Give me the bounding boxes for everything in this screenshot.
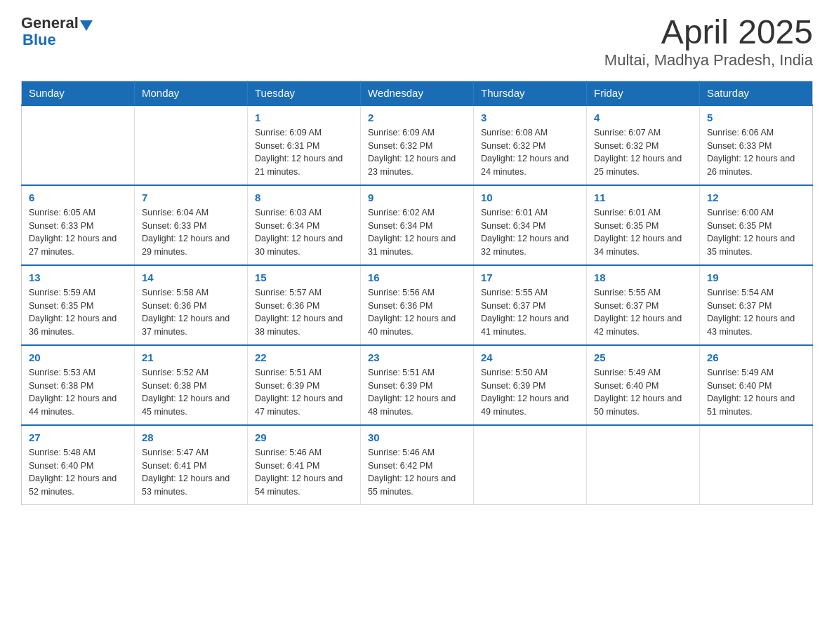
day-number: 1 [255, 112, 353, 123]
weekday-header-tuesday: Tuesday [248, 81, 361, 105]
day-info: Sunrise: 6:06 AMSunset: 6:33 PMDaylight:… [707, 126, 805, 179]
day-info: Sunrise: 6:01 AMSunset: 6:35 PMDaylight:… [594, 206, 692, 259]
calendar-cell: 28Sunrise: 5:47 AMSunset: 6:41 PMDayligh… [135, 425, 248, 505]
day-number: 23 [368, 351, 466, 363]
calendar-cell: 16Sunrise: 5:56 AMSunset: 6:36 PMDayligh… [361, 265, 474, 345]
calendar-cell: 10Sunrise: 6:01 AMSunset: 6:34 PMDayligh… [474, 185, 587, 265]
day-info: Sunrise: 6:03 AMSunset: 6:34 PMDaylight:… [255, 206, 353, 259]
day-number: 22 [255, 351, 353, 363]
day-info: Sunrise: 5:48 AMSunset: 6:40 PMDaylight:… [29, 446, 127, 499]
day-number: 18 [594, 271, 692, 283]
day-info: Sunrise: 5:50 AMSunset: 6:39 PMDaylight:… [481, 366, 579, 419]
day-number: 28 [142, 431, 240, 443]
calendar-cell: 4Sunrise: 6:07 AMSunset: 6:32 PMDaylight… [587, 105, 700, 185]
day-info: Sunrise: 6:08 AMSunset: 6:32 PMDaylight:… [481, 126, 579, 179]
day-info: Sunrise: 5:56 AMSunset: 6:36 PMDaylight:… [368, 286, 466, 339]
day-info: Sunrise: 5:54 AMSunset: 6:37 PMDaylight:… [707, 286, 805, 339]
calendar-cell: 5Sunrise: 6:06 AMSunset: 6:33 PMDaylight… [700, 105, 813, 185]
day-info: Sunrise: 6:04 AMSunset: 6:33 PMDaylight:… [142, 206, 240, 259]
calendar-cell: 12Sunrise: 6:00 AMSunset: 6:35 PMDayligh… [700, 185, 813, 265]
day-info: Sunrise: 5:51 AMSunset: 6:39 PMDaylight:… [255, 366, 353, 419]
page-title: April 2025 [604, 14, 813, 51]
calendar-cell [587, 425, 700, 505]
weekday-header-wednesday: Wednesday [361, 81, 474, 105]
day-info: Sunrise: 6:09 AMSunset: 6:32 PMDaylight:… [368, 126, 466, 179]
day-info: Sunrise: 6:05 AMSunset: 6:33 PMDaylight:… [29, 206, 127, 259]
day-number: 26 [707, 351, 805, 363]
day-number: 4 [594, 112, 692, 123]
day-info: Sunrise: 5:49 AMSunset: 6:40 PMDaylight:… [594, 366, 692, 419]
day-number: 12 [707, 192, 805, 203]
day-number: 2 [368, 112, 466, 123]
logo: General Blue [21, 14, 93, 49]
day-number: 5 [707, 112, 805, 123]
day-number: 29 [255, 431, 353, 443]
calendar-cell [135, 105, 248, 185]
calendar-cell: 13Sunrise: 5:59 AMSunset: 6:35 PMDayligh… [22, 265, 135, 345]
day-info: Sunrise: 5:55 AMSunset: 6:37 PMDaylight:… [594, 286, 692, 339]
day-info: Sunrise: 6:07 AMSunset: 6:32 PMDaylight:… [594, 126, 692, 179]
calendar-cell [700, 425, 813, 505]
calendar-cell [474, 425, 587, 505]
day-info: Sunrise: 5:58 AMSunset: 6:36 PMDaylight:… [142, 286, 240, 339]
calendar-week-5: 27Sunrise: 5:48 AMSunset: 6:40 PMDayligh… [22, 425, 813, 505]
logo-triangle-icon [80, 20, 93, 31]
calendar-cell: 2Sunrise: 6:09 AMSunset: 6:32 PMDaylight… [361, 105, 474, 185]
day-number: 13 [29, 271, 127, 283]
calendar-cell: 6Sunrise: 6:05 AMSunset: 6:33 PMDaylight… [22, 185, 135, 265]
logo-blue-text: Blue [21, 31, 56, 49]
day-info: Sunrise: 5:53 AMSunset: 6:38 PMDaylight:… [29, 366, 127, 419]
calendar-week-4: 20Sunrise: 5:53 AMSunset: 6:38 PMDayligh… [22, 345, 813, 425]
calendar-cell: 21Sunrise: 5:52 AMSunset: 6:38 PMDayligh… [135, 345, 248, 425]
calendar-body: 1Sunrise: 6:09 AMSunset: 6:31 PMDaylight… [22, 105, 813, 505]
day-info: Sunrise: 6:00 AMSunset: 6:35 PMDaylight:… [707, 206, 805, 259]
title-section: April 2025 Multai, Madhya Pradesh, India [604, 14, 813, 69]
page-header: General Blue April 2025 Multai, Madhya P… [21, 14, 813, 69]
calendar-table: SundayMondayTuesdayWednesdayThursdayFrid… [21, 81, 813, 505]
day-info: Sunrise: 6:02 AMSunset: 6:34 PMDaylight:… [368, 206, 466, 259]
weekday-header-monday: Monday [135, 81, 248, 105]
calendar-cell: 7Sunrise: 6:04 AMSunset: 6:33 PMDaylight… [135, 185, 248, 265]
day-info: Sunrise: 5:55 AMSunset: 6:37 PMDaylight:… [481, 286, 579, 339]
day-number: 24 [481, 351, 579, 363]
day-info: Sunrise: 5:59 AMSunset: 6:35 PMDaylight:… [29, 286, 127, 339]
day-number: 27 [29, 431, 127, 443]
day-info: Sunrise: 6:01 AMSunset: 6:34 PMDaylight:… [481, 206, 579, 259]
calendar-cell: 9Sunrise: 6:02 AMSunset: 6:34 PMDaylight… [361, 185, 474, 265]
calendar-cell: 22Sunrise: 5:51 AMSunset: 6:39 PMDayligh… [248, 345, 361, 425]
calendar-cell: 14Sunrise: 5:58 AMSunset: 6:36 PMDayligh… [135, 265, 248, 345]
calendar-cell: 11Sunrise: 6:01 AMSunset: 6:35 PMDayligh… [587, 185, 700, 265]
calendar-cell: 15Sunrise: 5:57 AMSunset: 6:36 PMDayligh… [248, 265, 361, 345]
calendar-cell: 26Sunrise: 5:49 AMSunset: 6:40 PMDayligh… [700, 345, 813, 425]
day-info: Sunrise: 5:52 AMSunset: 6:38 PMDaylight:… [142, 366, 240, 419]
calendar-cell: 8Sunrise: 6:03 AMSunset: 6:34 PMDaylight… [248, 185, 361, 265]
calendar-cell: 17Sunrise: 5:55 AMSunset: 6:37 PMDayligh… [474, 265, 587, 345]
calendar-cell: 25Sunrise: 5:49 AMSunset: 6:40 PMDayligh… [587, 345, 700, 425]
weekday-header-friday: Friday [587, 81, 700, 105]
calendar-header: SundayMondayTuesdayWednesdayThursdayFrid… [22, 81, 813, 105]
day-number: 20 [29, 351, 127, 363]
calendar-cell: 29Sunrise: 5:46 AMSunset: 6:41 PMDayligh… [248, 425, 361, 505]
calendar-week-1: 1Sunrise: 6:09 AMSunset: 6:31 PMDaylight… [22, 105, 813, 185]
day-number: 8 [255, 192, 353, 203]
weekday-header-sunday: Sunday [22, 81, 135, 105]
calendar-cell: 24Sunrise: 5:50 AMSunset: 6:39 PMDayligh… [474, 345, 587, 425]
day-info: Sunrise: 5:47 AMSunset: 6:41 PMDaylight:… [142, 446, 240, 499]
calendar-cell: 27Sunrise: 5:48 AMSunset: 6:40 PMDayligh… [22, 425, 135, 505]
weekday-header-row: SundayMondayTuesdayWednesdayThursdayFrid… [22, 81, 813, 105]
day-number: 16 [368, 271, 466, 283]
day-number: 7 [142, 192, 240, 203]
day-number: 15 [255, 271, 353, 283]
day-number: 3 [481, 112, 579, 123]
page-subtitle: Multai, Madhya Pradesh, India [604, 51, 813, 69]
day-number: 9 [368, 192, 466, 203]
day-number: 30 [368, 431, 466, 443]
day-info: Sunrise: 5:49 AMSunset: 6:40 PMDaylight:… [707, 366, 805, 419]
day-info: Sunrise: 5:51 AMSunset: 6:39 PMDaylight:… [368, 366, 466, 419]
calendar-week-2: 6Sunrise: 6:05 AMSunset: 6:33 PMDaylight… [22, 185, 813, 265]
day-info: Sunrise: 6:09 AMSunset: 6:31 PMDaylight:… [255, 126, 353, 179]
calendar-cell [22, 105, 135, 185]
weekday-header-saturday: Saturday [700, 81, 813, 105]
day-number: 11 [594, 192, 692, 203]
calendar-cell: 23Sunrise: 5:51 AMSunset: 6:39 PMDayligh… [361, 345, 474, 425]
